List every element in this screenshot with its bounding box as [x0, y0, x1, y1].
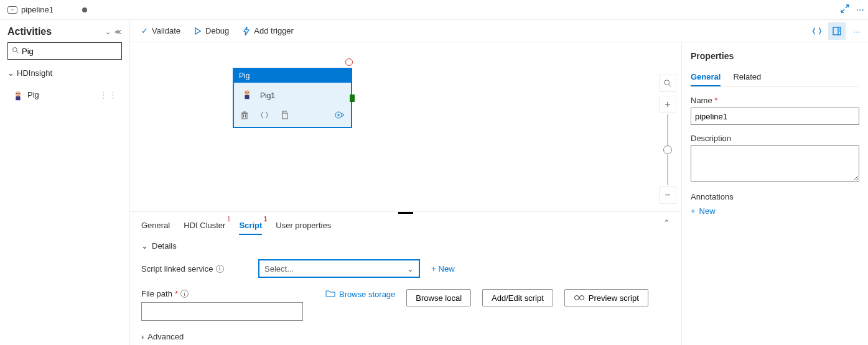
node-name: Pig1 — [260, 91, 275, 100]
svg-point-27 — [574, 295, 579, 300]
browse-storage-button[interactable]: Browse storage — [325, 289, 395, 300]
pig-icon — [11, 89, 22, 100]
search-field[interactable] — [22, 47, 118, 56]
zoom-out-button[interactable]: − — [659, 186, 676, 204]
add-trigger-button[interactable]: Add trigger — [243, 26, 294, 35]
svg-point-0 — [13, 48, 17, 52]
category-hdinsight[interactable]: ⌄ HDInsight — [7, 68, 122, 78]
folder-icon — [325, 289, 335, 300]
tab-bar: ◦◦ pipeline1 ··· — [0, 0, 868, 20]
fit-button[interactable] — [659, 75, 676, 92]
search-input[interactable] — [7, 42, 122, 60]
svg-rect-15 — [245, 95, 249, 99]
chevron-down-icon: ⌄ — [7, 68, 14, 78]
check-icon: ✓ — [141, 26, 148, 35]
new-linked-service-button[interactable]: + New — [431, 264, 455, 274]
delete-icon[interactable] — [240, 111, 249, 122]
info-icon[interactable]: i — [180, 290, 189, 298]
filepath-input[interactable] — [141, 302, 303, 321]
output-handle[interactable] — [350, 94, 355, 102]
annotations-label: Annotations — [691, 192, 859, 201]
linked-service-select[interactable]: Select... ⌄ — [258, 259, 420, 278]
svg-point-5 — [17, 94, 19, 96]
tab-user-properties[interactable]: User properties — [276, 217, 331, 235]
svg-point-14 — [246, 93, 248, 94]
bottom-tabs: General HDI Cluster1 Script1 User proper… — [130, 212, 681, 235]
advanced-toggle[interactable]: › Advanced — [141, 332, 670, 341]
zoom-controls: + − — [659, 75, 676, 204]
bottom-panel: General HDI Cluster1 Script1 User proper… — [130, 211, 681, 345]
plus-icon: + — [431, 264, 436, 274]
pipeline-tab[interactable]: ◦◦ pipeline1 — [0, 0, 95, 19]
new-annotation-button[interactable]: + New — [691, 206, 859, 216]
activity-pig[interactable]: Pig ⋮⋮ — [7, 86, 122, 103]
description-label: Description — [691, 134, 859, 143]
collapse-sidebar-icon[interactable]: ≪ — [114, 28, 122, 36]
props-tab-related[interactable]: Related — [733, 68, 761, 86]
tab-general[interactable]: General — [141, 217, 170, 235]
add-edit-script-button[interactable]: Add/Edit script — [482, 289, 553, 306]
play-icon — [194, 27, 202, 35]
browse-local-button[interactable]: Browse local — [406, 289, 471, 306]
node-type: Pig — [234, 69, 351, 83]
svg-point-12 — [245, 91, 246, 93]
expand-output-icon[interactable] — [335, 111, 345, 122]
plus-icon: + — [691, 206, 696, 216]
more-icon[interactable]: ··· — [856, 4, 864, 16]
zoom-in-button[interactable]: + — [659, 96, 676, 113]
more-button[interactable]: ··· — [848, 22, 866, 40]
tab-script[interactable]: Script1 — [239, 217, 262, 235]
svg-line-1 — [17, 52, 19, 53]
debug-label: Debug — [205, 26, 229, 35]
svg-line-26 — [669, 85, 671, 87]
required-indicator: * — [175, 289, 178, 298]
tab-hdi-cluster[interactable]: HDI Cluster1 — [184, 217, 225, 235]
tab-title: pipeline1 — [21, 5, 54, 14]
name-input[interactable] — [691, 108, 859, 125]
code-icon[interactable] — [260, 111, 269, 122]
preview-script-button[interactable]: Preview script — [564, 289, 648, 306]
properties-title: Properties — [691, 51, 859, 61]
error-badge: 1 — [227, 216, 231, 223]
zoom-thumb[interactable] — [663, 145, 672, 154]
svg-point-28 — [579, 295, 584, 300]
svg-point-3 — [16, 93, 17, 94]
activity-label: Pig — [27, 90, 39, 99]
expand-icon[interactable] — [840, 4, 850, 16]
details-toggle[interactable]: ⌄ Details — [141, 241, 670, 251]
advanced-label: Advanced — [147, 332, 184, 341]
activity-node-pig[interactable]: Pig Pig1 — [233, 68, 352, 127]
activities-sidebar: Activities ⌄ ≪ ⌄ HDInsight Pig ⋮⋮ — [0, 20, 129, 345]
preview-icon — [574, 293, 585, 303]
zoom-slider[interactable] — [667, 114, 668, 185]
svg-point-11 — [244, 90, 250, 96]
name-label: Name * — [691, 96, 859, 105]
props-tab-general[interactable]: General — [691, 68, 721, 86]
copy-icon[interactable] — [280, 111, 289, 122]
svg-point-25 — [665, 80, 670, 85]
properties-panel: Properties General Related Name * Descri… — [681, 42, 868, 345]
drag-handle-icon[interactable]: ⋮⋮ — [100, 90, 118, 99]
filepath-label: File path — [141, 289, 172, 298]
info-icon[interactable]: i — [216, 265, 224, 273]
pipeline-toolbar: ✓ Validate Debug Add trigger ··· — [130, 20, 868, 42]
linked-service-label: Script linked service — [141, 264, 213, 274]
validate-button[interactable]: ✓ Validate — [141, 26, 180, 35]
pipeline-canvas[interactable]: Pig Pig1 + − — [130, 42, 681, 211]
pipeline-icon: ◦◦ — [7, 6, 17, 14]
code-view-button[interactable] — [808, 22, 826, 40]
collapse-panel-icon[interactable]: ⌃ — [663, 218, 670, 228]
svg-rect-6 — [16, 96, 20, 100]
svg-point-13 — [248, 91, 249, 93]
properties-toggle-button[interactable] — [828, 22, 846, 40]
details-label: Details — [152, 241, 177, 251]
svg-point-4 — [19, 93, 20, 94]
trigger-label: Add trigger — [254, 26, 294, 35]
description-input[interactable] — [691, 145, 859, 182]
category-label: HDInsight — [17, 68, 52, 78]
chevron-down-icon[interactable]: ⌄ — [105, 28, 111, 36]
chevron-down-icon: ⌄ — [141, 241, 148, 251]
validate-label: Validate — [152, 26, 180, 35]
svg-point-2 — [15, 91, 21, 97]
debug-button[interactable]: Debug — [194, 26, 229, 35]
